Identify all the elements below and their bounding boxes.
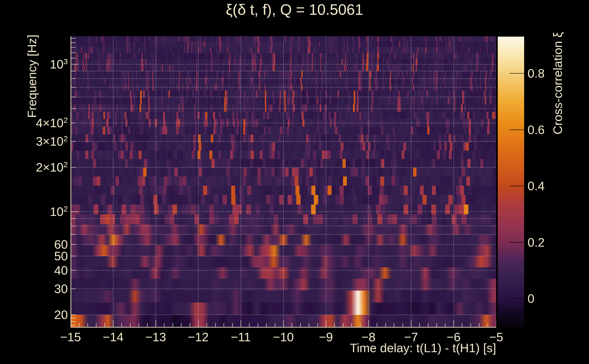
colorbar-tick-label: 0.4 bbox=[528, 179, 545, 193]
x-tick-label: −10 bbox=[261, 330, 306, 344]
x-tick-label: −9 bbox=[303, 330, 349, 344]
y-tick-label: 4×102 bbox=[36, 116, 68, 130]
y-tick-label: 102 bbox=[50, 205, 68, 218]
x-tick-label: −12 bbox=[176, 330, 221, 344]
y-tick-label: 2×102 bbox=[36, 161, 68, 174]
y-tick-label: 30 bbox=[54, 282, 68, 295]
spectrogram-heatmap bbox=[71, 36, 496, 328]
x-tick-label: −14 bbox=[90, 330, 136, 344]
figure: ξ(δ t, f), Q = 10.5061 Frequency [Hz] 10… bbox=[0, 0, 589, 364]
colorbar-tick-label: 0.2 bbox=[528, 235, 545, 249]
y-tick-label: 40 bbox=[54, 264, 68, 277]
y-tick-label: 20 bbox=[54, 308, 68, 321]
colorbar-tick-label: 0.8 bbox=[528, 66, 545, 80]
colorbar-tick-label: 0 bbox=[528, 292, 534, 305]
x-tick-label: −11 bbox=[218, 330, 263, 344]
y-tick-label: 60 bbox=[54, 238, 68, 251]
x-axis-title: Time delay: t(L1) - t(H1) [s] bbox=[350, 341, 496, 354]
y-tick-label: 103 bbox=[50, 58, 68, 71]
colorbar bbox=[498, 37, 524, 328]
x-tick-label: −13 bbox=[133, 330, 178, 344]
x-tick-label: −15 bbox=[48, 330, 93, 344]
colorbar-title: Cross-correlation ξ bbox=[551, 0, 564, 197]
y-tick-label: 3×102 bbox=[36, 135, 68, 148]
y-tick-label: 50 bbox=[54, 249, 68, 263]
colorbar-tick-label: 0.6 bbox=[528, 123, 545, 136]
plot-title: ξ(δ t, f), Q = 10.5061 bbox=[0, 0, 589, 19]
